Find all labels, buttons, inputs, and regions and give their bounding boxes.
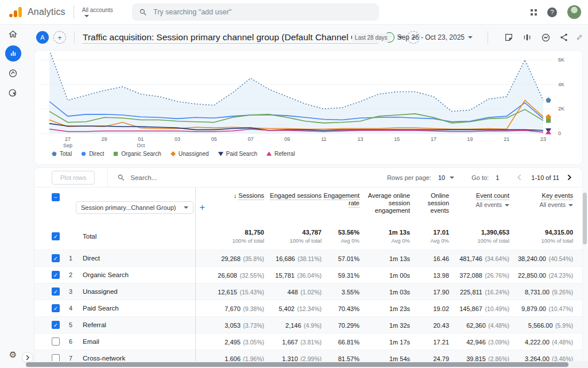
total-engagement-rate: 53.56%	[322, 229, 359, 236]
traffic-chart[interactable]: 6K4K2K027Sep2901Oct030507091113151719212…	[34, 53, 580, 150]
rows-per-page-value[interactable]: 10	[438, 174, 445, 181]
analytics-logo-icon	[9, 7, 22, 17]
notes-icon[interactable]	[503, 32, 514, 43]
triangle-up-marker-icon	[266, 151, 272, 156]
total-label: Total	[76, 233, 195, 240]
svg-text:13: 13	[357, 136, 363, 142]
account-switcher[interactable]: All accounts	[82, 7, 113, 17]
row-checkbox[interactable]: ✓	[52, 254, 60, 262]
total-row-checkbox[interactable]: ✓	[52, 232, 60, 240]
svg-text:27: 27	[65, 136, 71, 142]
apps-grid-icon[interactable]	[531, 9, 537, 16]
sidebar-item-home[interactable]	[0, 24, 26, 44]
help-icon[interactable]: ?	[547, 7, 557, 17]
accounts-label: All accounts	[82, 7, 113, 13]
edit-partial-icon[interactable]	[577, 32, 582, 43]
search-icon	[139, 8, 148, 17]
column-header-key-events[interactable]: Key events All events	[509, 187, 573, 223]
row-checkbox[interactable]: ✓	[52, 304, 60, 312]
column-header-sessions[interactable]: ↓Sessions	[195, 187, 264, 223]
column-header-engaged-sessions[interactable]: Engaged sessions	[264, 187, 322, 223]
date-range-picker[interactable]: Sep 26 - Oct 23, 2025	[397, 33, 473, 41]
legend-item[interactable]: Direct	[81, 151, 104, 157]
rows-per-page-label: Rows per page:	[387, 174, 431, 181]
legend-item[interactable]: Total	[52, 151, 72, 157]
channel-name: Referral	[76, 321, 195, 328]
date-preset-chip: Last 28 days	[352, 33, 390, 42]
sidebar-item-reports[interactable]	[0, 44, 26, 63]
plot-rows-button[interactable]: Plot rows	[52, 171, 95, 185]
sidebar-item-explore[interactable]	[0, 63, 26, 83]
column-header-event-count[interactable]: Event count All events	[449, 187, 509, 223]
chevron-down-icon[interactable]	[450, 177, 454, 179]
share-icon[interactable]	[558, 32, 570, 43]
row-checkbox[interactable]	[52, 338, 60, 346]
svg-text:21: 21	[504, 136, 509, 142]
sidebar-item-advertising[interactable]	[0, 83, 26, 102]
global-search-input[interactable]: Try searching "add user"	[132, 3, 379, 21]
channel-name: Paid Search	[76, 305, 195, 312]
add-comparison-button[interactable]: +	[53, 31, 66, 44]
dimension-selector[interactable]: Session primary...Channel Group)	[76, 201, 194, 214]
svg-text:Oct: Oct	[137, 143, 145, 148]
prev-page-icon[interactable]	[514, 172, 524, 183]
svg-text:17: 17	[431, 136, 436, 142]
table-search-input[interactable]: Search...	[117, 174, 387, 182]
channel-name: Direct	[76, 255, 195, 262]
table-search-placeholder: Search...	[130, 174, 157, 181]
reports-icon	[5, 45, 21, 62]
channel-name: Cross-network	[76, 355, 195, 361]
event-count-filter[interactable]: All events	[475, 201, 502, 209]
select-all-checkbox[interactable]: −	[52, 193, 60, 201]
table-row: ✓ 3 Unassigned 12,615 (15.43%) 448 (1.02…	[34, 283, 582, 300]
row-checkbox[interactable]: ✓	[52, 321, 60, 329]
svg-text:15: 15	[394, 136, 400, 142]
table-toolbar: Plot rows Search... Rows per page: 10 Go…	[34, 168, 582, 187]
column-header-avg-online-session-engagement[interactable]: Average online session engagement	[359, 187, 410, 223]
comparison-icon[interactable]	[521, 32, 533, 43]
table-body: ✓ 1 Direct 29,268 (35.8%) 16,686 (38.11%…	[34, 250, 582, 361]
svg-text:09: 09	[284, 136, 290, 142]
traffic-chart-card: 6K4K2K027Sep2901Oct030507091113151719212…	[34, 51, 582, 164]
svg-text:01: 01	[138, 136, 144, 142]
column-header-online-session-events[interactable]: Online session events	[410, 187, 449, 223]
row-checkbox[interactable]	[52, 354, 60, 361]
square-marker-icon	[113, 151, 118, 156]
report-title[interactable]: Traffic acquisition: Session primary cha…	[83, 32, 378, 43]
account-badge[interactable]: A	[36, 31, 49, 44]
goto-value[interactable]: 1	[496, 174, 499, 181]
svg-text:0: 0	[558, 131, 561, 136]
goto-label: Go to:	[471, 174, 489, 181]
table-row: 6 Email 2,495 (3.05%) 1,667 (3.81%) 66.8…	[34, 333, 582, 350]
divider	[195, 187, 196, 361]
table-row: ✓ 1 Direct 29,268 (35.8%) 16,686 (38.11%…	[34, 250, 582, 266]
vertical-scrollbar[interactable]	[583, 193, 587, 244]
product-name: Analytics	[28, 7, 65, 17]
total-event-count: 1,390,653	[449, 229, 509, 236]
row-checkbox[interactable]: ✓	[52, 288, 60, 296]
next-page-icon[interactable]	[564, 172, 574, 183]
legend-item[interactable]: Unassigned	[171, 151, 209, 157]
legend-item[interactable]: Organic Search	[113, 151, 161, 157]
legend-item[interactable]: Referral	[266, 151, 295, 157]
row-number: 5	[61, 321, 76, 328]
row-number: 4	[61, 305, 76, 312]
svg-text:4K: 4K	[558, 82, 564, 87]
insights-icon[interactable]	[540, 32, 551, 43]
table-row: ✓ 2 Organic Search 26,608 (32.55%) 15,78…	[34, 266, 582, 283]
row-number: 3	[61, 288, 76, 295]
horizontal-scrollbar[interactable]	[26, 362, 568, 367]
key-events-filter[interactable]: All events	[539, 201, 566, 209]
diamond-marker-icon	[171, 151, 176, 156]
legend-item[interactable]: Paid Search	[218, 151, 257, 157]
column-header-engagement-rate[interactable]: Engagement rate	[322, 187, 359, 223]
table-total-row: ✓ Total 81,750100% of total 43,787100% o…	[34, 223, 582, 250]
divider	[74, 31, 75, 44]
channel-name: Organic Search	[76, 271, 195, 278]
table-row: ✓ 5 Referral 3,053 (3.73%) 2,146 (4.9%) …	[34, 316, 582, 333]
row-checkbox[interactable]: ✓	[52, 271, 60, 279]
fan-marker-icon	[52, 151, 57, 156]
avatar[interactable]	[567, 5, 581, 19]
chevron-down-icon	[568, 204, 573, 206]
divider	[107, 168, 108, 187]
